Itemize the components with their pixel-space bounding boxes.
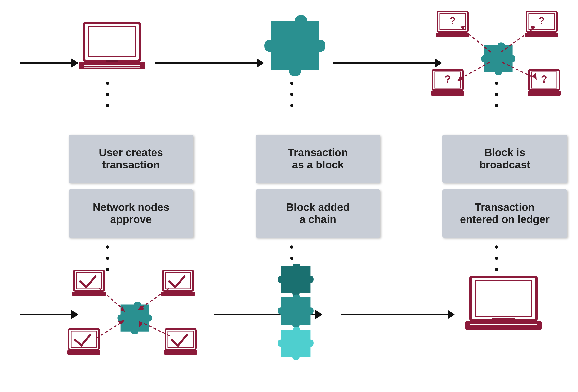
label-network-nodes: Network nodes approve [69, 189, 193, 238]
diagram: ? ? ? ? [0, 0, 578, 392]
label-block-added: Block added a chain [256, 189, 380, 238]
svg-rect-46 [79, 349, 89, 351]
svg-rect-61 [465, 321, 542, 330]
dots-1: ••• [106, 77, 110, 111]
svg-rect-16 [537, 31, 547, 34]
svg-rect-11 [448, 31, 458, 34]
label-block-broadcast: Block is broadcast [442, 135, 567, 183]
svg-text:?: ? [444, 73, 451, 85]
network-approved-icon [64, 267, 206, 368]
laptop-icon-1 [76, 20, 147, 76]
dots-3: ••• [495, 77, 499, 111]
svg-rect-6 [106, 60, 118, 62]
svg-rect-50 [175, 349, 186, 351]
svg-line-27 [463, 29, 491, 52]
puzzle-chain-icon [270, 264, 331, 381]
svg-rect-26 [539, 89, 549, 92]
svg-rect-60 [475, 281, 532, 316]
svg-text:?: ? [539, 15, 545, 26]
puzzle-icon-1 [264, 15, 325, 76]
label-transaction-block: Transaction as a block [256, 135, 380, 183]
laptop-icon-final [463, 274, 544, 335]
svg-rect-62 [492, 318, 515, 322]
svg-line-55 [97, 322, 122, 338]
svg-rect-38 [84, 290, 94, 293]
svg-rect-21 [442, 89, 453, 92]
dots-6: ••• [495, 241, 499, 275]
svg-rect-42 [173, 290, 183, 293]
svg-text:?: ? [541, 73, 547, 85]
label-transaction-ledger: Transaction entered on ledger [442, 189, 567, 238]
dots-2: ••• [290, 77, 295, 111]
arrow-3 [333, 58, 442, 68]
label-user-creates: User creates transaction [69, 135, 193, 183]
arrow-6 [341, 310, 455, 319]
svg-line-29 [501, 29, 533, 52]
svg-rect-1 [88, 27, 135, 57]
arrow-1 [20, 58, 79, 68]
svg-text:?: ? [450, 15, 456, 26]
arrow-2 [155, 58, 264, 68]
